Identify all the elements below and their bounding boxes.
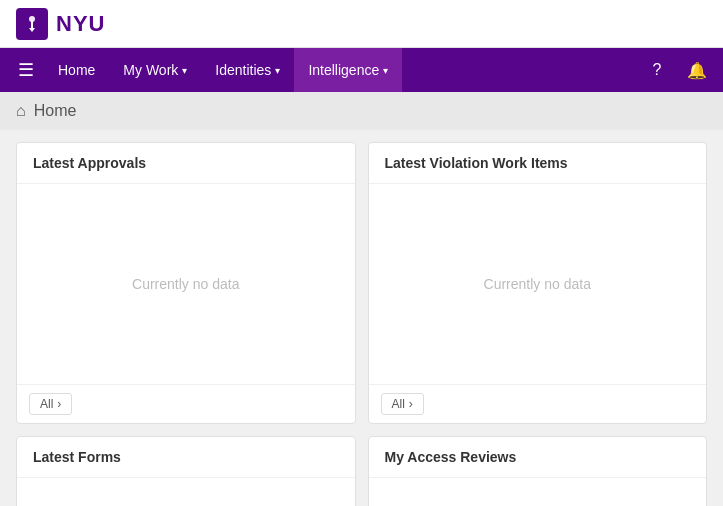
breadcrumb-text: Home bbox=[34, 102, 77, 120]
latest-forms-card: Latest Forms bbox=[16, 436, 356, 506]
cards-row-1: Latest Approvals Currently no data All ›… bbox=[16, 142, 707, 424]
nav-items: Home My Work ▾ Identities ▾ Intelligence… bbox=[44, 48, 639, 92]
latest-violation-title: Latest Violation Work Items bbox=[369, 143, 707, 184]
nav-right: ? 🔔 bbox=[639, 52, 715, 88]
help-button[interactable]: ? bbox=[639, 52, 675, 88]
nyu-logo-text: NYU bbox=[56, 11, 105, 37]
bell-icon: 🔔 bbox=[687, 61, 707, 80]
help-icon: ? bbox=[653, 61, 662, 79]
notifications-button[interactable]: 🔔 bbox=[679, 52, 715, 88]
latest-approvals-card: Latest Approvals Currently no data All › bbox=[16, 142, 356, 424]
nav-item-identities[interactable]: Identities ▾ bbox=[201, 48, 294, 92]
my-work-caret: ▾ bbox=[182, 65, 187, 76]
identities-caret: ▾ bbox=[275, 65, 280, 76]
latest-approvals-body: Currently no data bbox=[17, 184, 355, 384]
latest-approvals-title: Latest Approvals bbox=[17, 143, 355, 184]
my-access-reviews-card: My Access Reviews bbox=[368, 436, 708, 506]
latest-approvals-footer: All › bbox=[17, 384, 355, 423]
nyu-logo: NYU bbox=[16, 8, 105, 40]
nav-bar: ☰ Home My Work ▾ Identities ▾ Intelligen… bbox=[0, 48, 723, 92]
latest-forms-title: Latest Forms bbox=[17, 437, 355, 478]
nav-item-home[interactable]: Home bbox=[44, 48, 109, 92]
latest-forms-body bbox=[17, 478, 355, 506]
latest-approvals-all-button[interactable]: All › bbox=[29, 393, 72, 415]
nav-item-intelligence[interactable]: Intelligence ▾ bbox=[294, 48, 402, 92]
latest-approvals-all-chevron: › bbox=[57, 397, 61, 411]
latest-violation-empty: Currently no data bbox=[484, 276, 591, 292]
intelligence-caret: ▾ bbox=[383, 65, 388, 76]
latest-approvals-empty: Currently no data bbox=[132, 276, 239, 292]
breadcrumb: ⌂ Home bbox=[0, 92, 723, 130]
latest-violation-body: Currently no data bbox=[369, 184, 707, 384]
top-header: NYU bbox=[0, 0, 723, 48]
main-content: Latest Approvals Currently no data All ›… bbox=[0, 130, 723, 506]
nav-item-my-work[interactable]: My Work ▾ bbox=[109, 48, 201, 92]
latest-violation-all-button[interactable]: All › bbox=[381, 393, 424, 415]
my-access-reviews-title: My Access Reviews bbox=[369, 437, 707, 478]
nyu-logo-icon bbox=[16, 8, 48, 40]
my-access-reviews-body bbox=[369, 478, 707, 506]
cards-row-2: Latest Forms My Access Reviews bbox=[16, 436, 707, 506]
latest-violation-card: Latest Violation Work Items Currently no… bbox=[368, 142, 708, 424]
home-icon: ⌂ bbox=[16, 102, 26, 120]
latest-violation-footer: All › bbox=[369, 384, 707, 423]
hamburger-button[interactable]: ☰ bbox=[8, 51, 44, 89]
svg-marker-2 bbox=[29, 28, 35, 32]
latest-violation-all-chevron: › bbox=[409, 397, 413, 411]
